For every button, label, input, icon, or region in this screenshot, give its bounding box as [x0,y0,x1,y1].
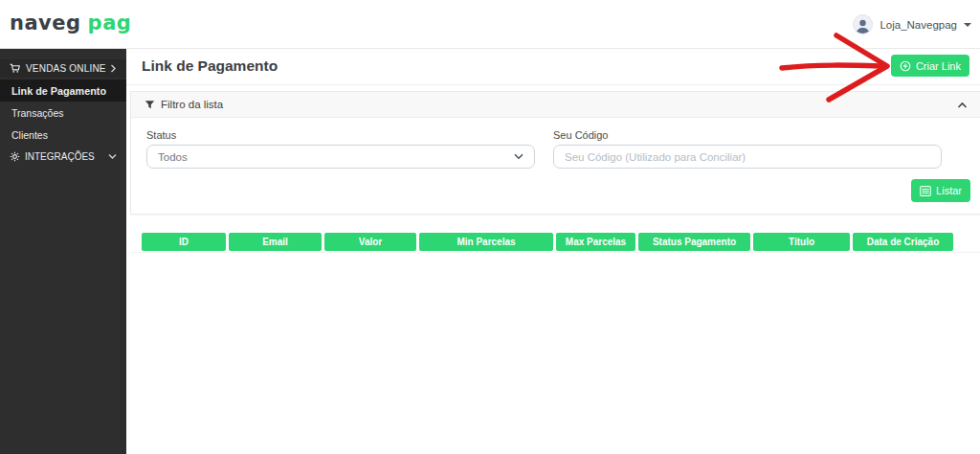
gear-icon [10,151,20,162]
cart-icon [10,63,20,74]
seu-codigo-label: Seu Código [553,129,942,141]
criar-link-label: Criar Link [916,60,961,72]
person-icon [855,17,871,34]
user-menu[interactable]: Loja_Navegpag [853,0,971,49]
table-body-divider [130,252,980,253]
user-name: Loja_Navegpag [880,19,957,31]
list-icon [920,186,931,196]
sidebar-item-label: Transações [11,107,63,119]
filter-panel-header[interactable]: Filtro da lista [131,92,980,118]
sidebar-item-link-de-pagamento[interactable]: Link de Pagamento [0,79,126,102]
column-header-data-de-criacao: Data de Criação [853,233,953,251]
sidebar-item-clientes[interactable]: Clientes [0,124,126,146]
page-header: Link de Pagamento Criar Link [126,49,980,85]
filter-title: Filtro da lista [161,99,223,110]
plus-circle-icon [900,60,911,72]
listar-button[interactable]: Listar [911,179,970,202]
column-header-email: Email [229,233,322,251]
column-header-valor: Valor [324,233,416,251]
status-select-value: Todos [158,151,188,163]
caret-down-icon [964,23,971,27]
sidebar-item-integracoes[interactable]: INTEGRAÇÕES [0,146,126,167]
column-header-min-parcelas: Min Parcelas [419,233,553,251]
user-avatar [853,14,873,34]
status-label: Status [146,129,535,141]
column-header-status-pagamento: Status Pagamento [638,233,750,251]
chevron-down-icon [514,153,523,160]
brand-logo[interactable]: naveg pag [10,11,131,34]
brand-logo-dark: naveg [10,11,81,34]
status-select[interactable]: Todos [146,145,535,169]
column-header-id: ID [142,233,226,251]
sidebar: VENDAS ONLINE Link de Pagamento Transaçõ… [0,49,126,454]
sidebar-item-label: VENDAS ONLINE [26,63,106,74]
sidebar-item-transacoes[interactable]: Transações [0,102,126,124]
column-header-titulo: Título [753,233,850,251]
chevron-up-icon[interactable] [957,96,968,113]
sidebar-item-label: Clientes [11,129,48,141]
sidebar-item-vendas-online[interactable]: VENDAS ONLINE [0,59,126,78]
filter-panel: Filtro da lista Status Todos Seu Código [130,91,980,215]
sidebar-item-label: INTEGRAÇÕES [25,151,95,162]
criar-link-button[interactable]: Criar Link [891,55,969,77]
filter-funnel-icon [145,100,155,110]
seu-codigo-input[interactable] [553,145,942,169]
column-header-max-parcelas: Max Parcelas [556,233,635,251]
chevron-right-icon [110,64,117,73]
page-title: Link de Pagamento [142,57,278,75]
listar-label: Listar [936,185,962,196]
chevron-down-icon [108,153,117,160]
top-navbar: naveg pag Loja_Navegpag [0,0,980,49]
sidebar-item-label: Link de Pagamento [11,85,106,97]
payment-links-table-header: ID Email Valor Min Parcelas Max Parcelas… [142,233,953,251]
brand-logo-accent: pag [88,11,132,34]
filter-panel-body: Status Todos Seu Código Listar [131,118,980,214]
